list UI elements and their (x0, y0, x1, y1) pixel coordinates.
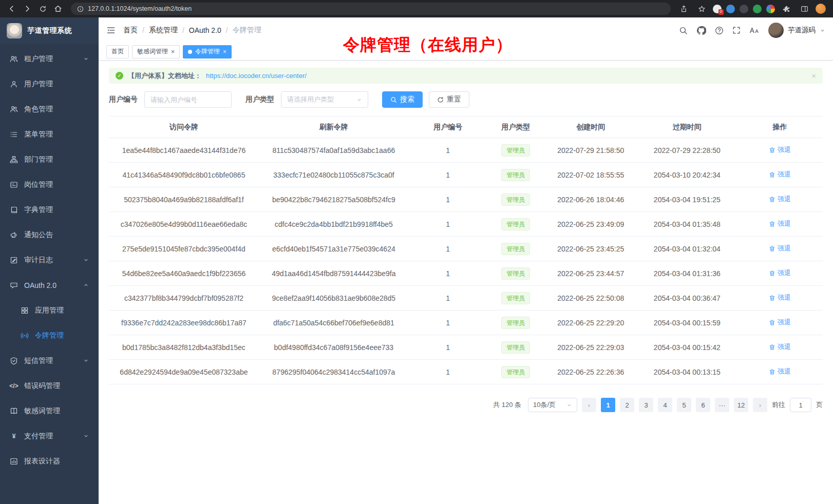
force-logout-button[interactable]: 强退 (769, 342, 791, 352)
extension-icon[interactable] (726, 5, 735, 13)
pagination-page-2-button[interactable]: 2 (620, 398, 634, 412)
extension-icon[interactable] (753, 5, 762, 13)
sidebar-item-label: 审计日志 (24, 256, 53, 265)
sidebar-item-error-code[interactable]: </>错误码管理 (0, 373, 99, 398)
user-id-cell: 1 (409, 335, 487, 360)
sidebar-item-label: 岗位管理 (24, 180, 53, 189)
pagination-page-1-button[interactable]: 1 (601, 398, 615, 412)
expire-time-cell: 2054-03-04 00:36:47 (637, 286, 737, 311)
user-dropdown[interactable]: 芋道源码 (768, 23, 825, 38)
help-icon[interactable] (715, 26, 724, 35)
action-cell: 强退 (737, 261, 823, 286)
doc-link[interactable]: https://doc.iocoder.cn/user-center/ (206, 72, 307, 80)
user-type-badge: 管理员 (501, 366, 530, 378)
alert-text: 【用户体系】文档地址： (128, 71, 201, 81)
access-token-cell: 41c41346a548490f9dc8b01c6bfe0865 (109, 163, 259, 187)
user-type-cell: 管理员 (487, 187, 544, 212)
share-icon[interactable] (677, 2, 690, 15)
breadcrumb-home[interactable]: 首页 (123, 26, 138, 35)
column-header: 过期时间 (637, 117, 737, 138)
created-time-cell: 2022-06-25 22:29:20 (544, 311, 637, 335)
split-view-icon[interactable] (798, 2, 811, 15)
refresh-token-cell: 333ecfc71e02480cb11055c875c3ca0f (259, 163, 409, 187)
sidebar-item-label: 角色管理 (24, 105, 53, 114)
tab-令牌管理[interactable]: 令牌管理× (183, 45, 232, 59)
table-row: 6d842e2924594de9a09e45e087323abe8796295f… (109, 360, 823, 384)
pagination-page-6-button[interactable]: 6 (696, 398, 710, 412)
force-logout-button[interactable]: 强退 (769, 195, 791, 204)
reload-icon[interactable] (36, 2, 49, 15)
sidebar-item-sms[interactable]: 短信管理 (0, 348, 99, 373)
force-logout-button[interactable]: 强退 (769, 219, 791, 228)
sidebar-item-oauth2[interactable]: OAuth 2.0 (0, 273, 99, 298)
tab-close-icon[interactable]: × (223, 49, 226, 55)
sidebar-item-notice[interactable]: 通知公告 (0, 222, 99, 247)
sidebar-item-post[interactable]: 岗位管理 (0, 172, 99, 197)
extension-icon[interactable] (766, 5, 775, 13)
font-size-icon[interactable] (749, 27, 760, 34)
github-icon[interactable] (696, 26, 706, 35)
delete-icon (769, 369, 775, 375)
user-id-input[interactable] (144, 91, 232, 108)
pagination-page-4-button[interactable]: 4 (658, 398, 672, 412)
sidebar-item-dept[interactable]: 部门管理 (0, 147, 99, 172)
sidebar-item-user[interactable]: 用户管理 (0, 71, 99, 96)
extension-icon[interactable]: 0 (713, 5, 722, 13)
sidebar-item-oauth2-app[interactable]: 应用管理 (0, 298, 99, 323)
app-logo[interactable]: 芋道管理系统 (0, 17, 99, 44)
extension-icon[interactable] (740, 5, 748, 13)
action-cell: 强退 (737, 360, 823, 384)
tab-敏感词管理[interactable]: 敏感词管理× (132, 45, 180, 59)
search-button[interactable]: 搜索 (382, 91, 423, 108)
sidebar-collapse-icon[interactable] (106, 26, 116, 35)
sidebar-item-report[interactable]: 报表设计器 (0, 449, 99, 474)
browser-profile-avatar[interactable] (816, 4, 826, 14)
refresh-token-cell: dfa6c71a50a54c66bef706ef9e6e8d81 (259, 311, 409, 335)
pagination-next-button[interactable]: › (753, 398, 767, 412)
tab-首页[interactable]: 首页 (106, 45, 129, 59)
megaphone-icon (10, 231, 18, 239)
reset-button[interactable]: 重置 (429, 91, 469, 108)
user-type-select[interactable]: 请选择用户类型 (281, 91, 368, 108)
sidebar-item-oauth2-token[interactable]: 令牌管理 (0, 323, 99, 348)
goto-page-input[interactable] (790, 398, 811, 412)
pagination-more-button[interactable]: ··· (715, 398, 729, 412)
force-logout-button[interactable]: 强退 (769, 244, 791, 253)
force-logout-button[interactable]: 强退 (769, 145, 791, 154)
force-logout-button[interactable]: 强退 (769, 318, 791, 327)
sidebar-item-dict[interactable]: 字典管理 (0, 197, 99, 222)
tab-close-icon[interactable]: × (171, 49, 175, 55)
force-logout-button[interactable]: 强退 (769, 170, 791, 179)
sidebar-item-tenant[interactable]: 租户管理 (0, 46, 99, 71)
fullscreen-icon[interactable] (732, 26, 741, 34)
force-logout-button[interactable]: 强退 (769, 367, 791, 376)
page-size-select[interactable]: 10条/页 (528, 398, 577, 412)
bookmark-star-icon[interactable] (695, 2, 708, 15)
shield-icon (10, 357, 18, 365)
pagination-page-3-button[interactable]: 3 (639, 398, 653, 412)
breadcrumb-system: 系统管理 (149, 26, 178, 35)
force-logout-button[interactable]: 强退 (769, 293, 791, 302)
address-bar[interactable]: 127.0.0.1:1024/system/oauth2/token (71, 3, 671, 15)
sidebar-item-pay[interactable]: ¥支付管理 (0, 423, 99, 449)
pagination-prev-button[interactable]: ‹ (582, 398, 596, 412)
force-logout-button[interactable]: 强退 (769, 268, 791, 278)
back-icon[interactable] (5, 2, 18, 15)
sidebar-item-audit-log[interactable]: 审计日志 (0, 247, 99, 273)
search-icon[interactable] (679, 26, 688, 35)
forward-icon[interactable] (21, 2, 34, 15)
pagination-page-12-button[interactable]: 12 (734, 398, 748, 412)
alert-close-icon[interactable]: × (811, 71, 816, 80)
pagination-page-5-button[interactable]: 5 (677, 398, 691, 412)
sidebar-item-role[interactable]: 角色管理 (0, 96, 99, 122)
site-info-icon[interactable] (77, 6, 84, 12)
created-time-cell: 2022-06-25 22:29:03 (544, 335, 637, 360)
home-icon[interactable] (51, 2, 65, 15)
user-type-cell: 管理员 (487, 311, 544, 335)
expire-time-cell: 2054-03-04 01:32:04 (637, 237, 737, 261)
puzzle-icon[interactable] (780, 2, 793, 15)
users-icon (10, 55, 18, 63)
sidebar-item-sensitive[interactable]: 敏感词管理 (0, 398, 99, 423)
sidebar-item-menu[interactable]: 菜单管理 (0, 122, 99, 147)
created-time-cell: 2022-06-25 23:45:25 (544, 237, 637, 261)
